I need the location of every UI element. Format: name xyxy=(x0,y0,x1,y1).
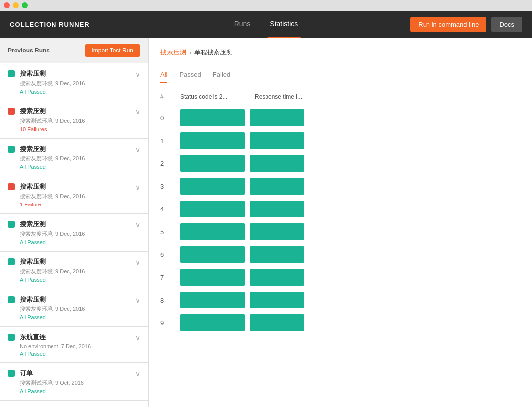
list-item[interactable]: Ordercase No environment, 29 Sep, 2016 A… xyxy=(0,401,148,407)
list-item[interactable]: 搜索压测 搜索测试环境, 9 Dec, 2016 10 Failures ∨ xyxy=(0,101,148,139)
bar-group xyxy=(180,109,304,126)
list-item[interactable]: 搜索压测 搜索灰度环境, 9 Dec, 2016 All Passed ∨ xyxy=(0,252,148,289)
tab-all[interactable]: All xyxy=(160,67,167,83)
run-name: 搜索压测 xyxy=(20,107,131,116)
row-number: 7 xyxy=(160,274,180,281)
row-number: 4 xyxy=(160,205,180,213)
run-command-line-button[interactable]: Run in command line xyxy=(410,17,486,32)
table-row: 2 xyxy=(160,152,520,175)
run-name: 订单 xyxy=(20,369,131,378)
chevron-down-icon: ∨ xyxy=(135,334,140,342)
status-indicator xyxy=(8,146,15,153)
run-name: 搜索压测 xyxy=(20,220,131,229)
run-name: 东航直连 xyxy=(20,333,131,342)
status-bar xyxy=(180,314,245,331)
bar-group xyxy=(180,223,304,240)
breadcrumb-separator: › xyxy=(189,49,191,56)
minimize-button[interactable] xyxy=(13,2,19,8)
run-info: 搜索压测 搜索测试环境, 9 Dec, 2016 10 Failures xyxy=(20,107,131,132)
response-bar xyxy=(250,292,304,308)
table-row: 9 xyxy=(160,311,520,334)
table-row: 5 xyxy=(160,220,520,243)
close-button[interactable] xyxy=(4,2,10,8)
list-item[interactable]: 搜索压测 搜索灰度环境, 9 Dec, 2016 All Passed ∨ xyxy=(0,139,148,176)
run-env: 搜索测试环境, 9 Oct, 2016 xyxy=(20,379,131,387)
tab-passed[interactable]: Passed xyxy=(179,67,201,83)
run-info: 搜索压测 搜索灰度环境, 9 Dec, 2016 1 Failure xyxy=(20,182,131,207)
content-area: 搜索压测 › 单程搜索压测 All Passed Failed # Status… xyxy=(149,38,532,407)
tab-statistics[interactable]: Statistics xyxy=(267,11,300,38)
status-indicator xyxy=(8,334,15,341)
run-status: 10 Failures xyxy=(20,126,131,132)
run-info: 搜索压测 搜索灰度环境, 9 Dec, 2016 All Passed xyxy=(20,295,131,320)
run-status: All Passed xyxy=(20,351,131,356)
col-header-status: Status code is 2... xyxy=(180,93,255,100)
sidebar-header: Previous Runs Import Test Run xyxy=(0,38,148,63)
list-item[interactable]: 搜索压测 搜索灰度环境, 9 Dec, 2016 All Passed ∨ xyxy=(0,289,148,327)
bar-group xyxy=(180,246,304,263)
list-item[interactable]: 搜索压测 搜索灰度环境, 9 Dec, 2016 All Passed ∨ xyxy=(0,63,148,101)
response-bar xyxy=(250,155,304,172)
list-item[interactable]: 东航直连 No environment, 7 Dec, 2016 All Pas… xyxy=(0,327,148,363)
bar-group xyxy=(180,155,304,172)
status-bar xyxy=(180,269,245,286)
bar-group xyxy=(180,201,304,217)
status-bar xyxy=(180,178,245,195)
col-header-num: # xyxy=(160,93,180,100)
run-env: 搜索灰度环境, 9 Dec, 2016 xyxy=(20,155,131,162)
main-nav: Runs Statistics xyxy=(232,11,301,38)
run-name: 搜索压测 xyxy=(20,257,131,266)
breadcrumb: 搜索压测 › 单程搜索压测 xyxy=(160,48,520,57)
response-bar xyxy=(250,314,304,331)
run-status: All Passed xyxy=(20,89,131,95)
table-row: 1 xyxy=(160,129,520,152)
run-env: 搜索灰度环境, 9 Dec, 2016 xyxy=(20,193,131,200)
run-env: No environment, 7 Dec, 2016 xyxy=(20,343,131,349)
run-info: 订单 搜索测试环境, 9 Oct, 2016 All Passed xyxy=(20,369,131,394)
table-row: 8 xyxy=(160,289,520,311)
status-indicator xyxy=(8,70,15,77)
table-row: 4 xyxy=(160,198,520,220)
breadcrumb-current: 单程搜索压测 xyxy=(194,48,233,57)
response-bar xyxy=(250,178,304,195)
docs-button[interactable]: Docs xyxy=(491,17,522,32)
run-status: All Passed xyxy=(20,164,131,170)
response-bar xyxy=(250,109,304,126)
status-bar xyxy=(180,223,245,240)
run-env: 搜索灰度环境, 9 Dec, 2016 xyxy=(20,305,131,313)
tab-failed[interactable]: Failed xyxy=(213,67,230,83)
list-item[interactable]: 搜索压测 搜索灰度环境, 9 Dec, 2016 1 Failure ∨ xyxy=(0,176,148,214)
import-test-run-button[interactable]: Import Test Run xyxy=(85,44,140,57)
chevron-down-icon: ∨ xyxy=(135,296,140,304)
row-number: 3 xyxy=(160,183,180,190)
tab-runs[interactable]: Runs xyxy=(232,11,253,38)
table-row: 7 xyxy=(160,266,520,289)
app-title: COLLECTION RUNNER xyxy=(10,21,90,28)
run-info: 搜索压测 搜索灰度环境, 9 Dec, 2016 All Passed xyxy=(20,220,131,245)
bar-group xyxy=(180,132,304,149)
status-bar xyxy=(180,201,245,217)
chevron-down-icon: ∨ xyxy=(135,221,140,229)
content-tabs: All Passed Failed xyxy=(160,67,520,83)
row-number: 6 xyxy=(160,251,180,258)
run-env: 搜索测试环境, 9 Dec, 2016 xyxy=(20,117,131,125)
status-indicator xyxy=(8,221,15,228)
row-number: 8 xyxy=(160,297,180,304)
run-name: 搜索压测 xyxy=(20,69,131,78)
breadcrumb-parent[interactable]: 搜索压测 xyxy=(160,48,186,57)
fullscreen-button[interactable] xyxy=(22,2,28,8)
table-row: 3 xyxy=(160,175,520,198)
response-bar xyxy=(250,201,304,217)
status-bar xyxy=(180,155,245,172)
chevron-down-icon: ∨ xyxy=(135,70,140,78)
status-bar xyxy=(180,292,245,308)
list-item[interactable]: 搜索压测 搜索灰度环境, 9 Dec, 2016 All Passed ∨ xyxy=(0,214,148,252)
chevron-down-icon: ∨ xyxy=(135,146,140,153)
titlebar xyxy=(0,0,532,11)
list-item[interactable]: 订单 搜索测试环境, 9 Oct, 2016 All Passed ∨ xyxy=(0,363,148,401)
stats-table: # Status code is 2... Response time i...… xyxy=(160,93,520,334)
chevron-down-icon: ∨ xyxy=(135,258,140,266)
status-indicator xyxy=(8,258,15,265)
run-name: 搜索压测 xyxy=(20,182,131,191)
row-number: 2 xyxy=(160,160,180,167)
